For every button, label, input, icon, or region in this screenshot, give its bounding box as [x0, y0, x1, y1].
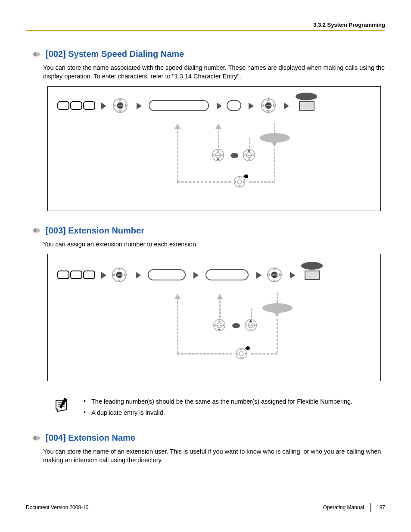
- input-field-icon: [149, 100, 209, 111]
- section-heading-003: [003] Extension Number: [30, 226, 385, 236]
- digit-key-icon: [83, 101, 95, 110]
- svg-marker-76: [35, 436, 40, 441]
- body-003: You can assign an extension number to ea…: [43, 240, 385, 249]
- diamond-bullet-icon: [30, 50, 41, 58]
- diagram-003: ENTER ENTER ENTER ENTER: [47, 254, 381, 381]
- button-box-icon: [305, 271, 320, 280]
- flow-line: [218, 127, 219, 148]
- enter-nav-icon: ENTER: [112, 98, 128, 113]
- flow-line: [177, 297, 178, 353]
- arrow-down-icon: [271, 142, 277, 147]
- diamond-bullet-icon: [30, 227, 41, 234]
- svg-text:ENTER: ENTER: [216, 154, 220, 156]
- svg-marker-19: [217, 159, 220, 160]
- svg-text:ENTER: ENTER: [266, 105, 271, 107]
- input-field-icon: [148, 269, 186, 280]
- svg-marker-62: [249, 329, 252, 330]
- flow-line: [249, 138, 250, 148]
- svg-marker-54: [218, 320, 221, 321]
- enter-nav-icon: ENTER: [112, 267, 127, 283]
- svg-marker-64: [254, 324, 256, 327]
- svg-marker-18: [217, 149, 220, 151]
- flow-line: [251, 353, 277, 355]
- svg-text:ENTER: ENTER: [117, 274, 122, 276]
- flow-line: [274, 123, 275, 140]
- arrow-up-icon: [217, 294, 223, 299]
- note-item: The leading number(s) should be the same…: [84, 396, 381, 407]
- svg-marker-20: [213, 153, 215, 156]
- svg-marker-61: [249, 320, 252, 321]
- svg-marker-37: [35, 228, 40, 233]
- page-footer: Document Version 2008-10 Operating Manua…: [26, 503, 385, 512]
- button-box-icon: [299, 101, 314, 111]
- input-field-icon: [206, 269, 249, 280]
- arrow-right-icon: [136, 272, 141, 279]
- arrow-up-icon: [174, 124, 181, 129]
- digit-key-icon: [70, 271, 82, 279]
- dot-icon: [232, 323, 240, 328]
- svg-text:ENTER: ENTER: [247, 154, 251, 156]
- svg-marker-55: [218, 329, 221, 330]
- svg-marker-56: [214, 324, 216, 327]
- enter-nav-icon: ENTER: [261, 98, 276, 113]
- arrow-right-icon: [217, 103, 222, 109]
- enter-nav-icon: ENTER: [267, 267, 282, 283]
- svg-marker-25: [248, 149, 251, 151]
- footer-page-number: 187: [377, 504, 385, 510]
- body-002: You can store the name associated with t…: [43, 63, 385, 81]
- arrow-right-icon: [256, 272, 262, 279]
- heading-003-text: [003] Extension Number: [46, 226, 144, 236]
- enter-nav-icon: ENTER: [213, 319, 226, 332]
- arrow-right-icon: [193, 272, 199, 279]
- svg-text:ENTER: ENTER: [249, 325, 253, 327]
- heading-002-text: [002] System Speed Dialing Name: [46, 49, 184, 59]
- svg-marker-27: [244, 153, 246, 156]
- section-heading-002: [002] System Speed Dialing Name: [30, 49, 385, 59]
- header-divider: [26, 30, 385, 31]
- diamond-bullet-icon: [30, 434, 41, 442]
- enter-nav-icon: ENTER: [243, 149, 255, 162]
- button-oval-icon: [296, 93, 317, 100]
- flow-line: [251, 308, 252, 318]
- input-field-icon: [227, 100, 241, 111]
- flow-line: [274, 149, 275, 181]
- arrow-up-icon: [215, 124, 221, 129]
- section-heading-004: [004] Extension Name: [30, 433, 385, 443]
- digit-key-icon: [57, 271, 69, 279]
- flow-line: [177, 353, 232, 355]
- flow-line: [177, 127, 178, 181]
- header-section-label: 3.3.2 System Programming: [26, 22, 385, 28]
- enter-nav-icon: ENTER: [244, 319, 257, 332]
- flow-line: [177, 181, 231, 183]
- flow-line: [249, 181, 274, 183]
- diagram-002: ENTER ENTER ENTER ENTER: [47, 86, 381, 211]
- button-oval-icon: [301, 262, 323, 270]
- note-icon: [52, 396, 71, 415]
- svg-text:ENTER: ENTER: [217, 325, 221, 327]
- dot-icon: [230, 153, 238, 158]
- body-004: You can store the name of an extension u…: [43, 447, 385, 465]
- footer-doc-version: Document Version 2008-10: [26, 504, 88, 510]
- digit-key-icon: [57, 101, 69, 110]
- arrow-up-icon: [174, 294, 181, 299]
- svg-marker-28: [252, 153, 254, 156]
- svg-marker-21: [221, 153, 223, 156]
- digit-key-icon: [70, 101, 82, 110]
- svg-text:ENTER: ENTER: [118, 105, 123, 107]
- arrow-right-icon: [249, 103, 254, 109]
- svg-point-31: [237, 180, 242, 184]
- flow-line: [277, 319, 278, 353]
- arrow-right-icon: [290, 272, 295, 279]
- arrow-right-icon: [137, 103, 142, 109]
- heading-004-text: [004] Extension Name: [46, 433, 135, 443]
- digit-key-icon: [83, 271, 95, 279]
- svg-point-67: [239, 352, 243, 356]
- arrow-right-icon: [284, 103, 289, 109]
- footer-separator: [370, 503, 371, 512]
- flow-line: [219, 297, 221, 318]
- flow-line: [277, 293, 278, 310]
- enter-nav-icon: ENTER: [212, 149, 224, 162]
- footer-manual-label: Operating Manual: [323, 504, 364, 510]
- notes-list: The leading number(s) should be the same…: [84, 396, 381, 418]
- note-item: A duplicate entry is invalid.: [84, 407, 381, 418]
